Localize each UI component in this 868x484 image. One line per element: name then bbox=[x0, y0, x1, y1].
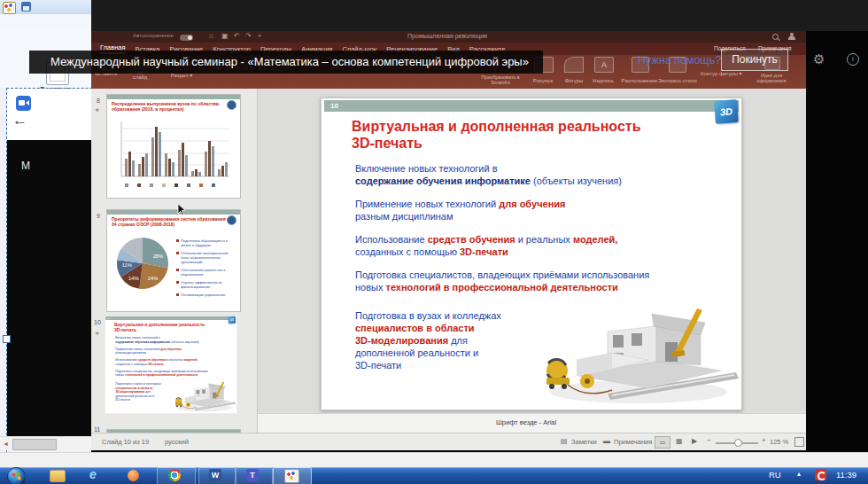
explorer-icon[interactable] bbox=[50, 470, 66, 482]
mouse-cursor bbox=[177, 204, 186, 216]
notes-icon[interactable]: ▤ bbox=[561, 437, 568, 445]
paint-horizontal-scrollbar[interactable]: ◄ bbox=[0, 436, 91, 450]
3d-cube-logo: 3D bbox=[228, 316, 236, 324]
text-segment: разным дисциплинам bbox=[355, 211, 453, 222]
pie-label: 14% bbox=[128, 276, 139, 281]
thumb-9-bullets: Подготовка обучающихся к жизни в будущем… bbox=[176, 238, 235, 301]
scroll-left-icon[interactable]: ◄ bbox=[0, 438, 12, 450]
textbox-icon[interactable]: А bbox=[594, 57, 614, 73]
3d-printed-house-image bbox=[168, 380, 236, 412]
paint-menu-row: ▾ bbox=[0, 14, 91, 30]
bullet-3: Использование средств обучения и реальны… bbox=[355, 233, 617, 258]
thumb-10-clone-scale: 10 3D Виртуальная и дополненная реальнос… bbox=[105, 316, 236, 414]
slide-editing-area[interactable]: 10 3D Виртуальная и дополненная реальнос… bbox=[321, 98, 742, 410]
text-segment: (объекты изучения) bbox=[170, 340, 198, 344]
thumb-9-bullet: Оптимизация управления bbox=[181, 293, 225, 297]
scrollbar-thumb[interactable] bbox=[12, 439, 57, 450]
notes-pane[interactable]: Шрифт везде - Arial bbox=[258, 413, 806, 433]
slide-thumbnail-8[interactable]: Распределение выпускников вузов по облас… bbox=[106, 94, 241, 199]
text-segment: Подготовка в вузах и колледжах bbox=[355, 310, 501, 321]
text-segment: и реальных bbox=[515, 234, 573, 245]
bullet-marker bbox=[176, 293, 179, 296]
paint-titlebar bbox=[0, 0, 91, 14]
picture-label[interactable]: Рисунок bbox=[529, 78, 557, 83]
normal-view-button[interactable]: ▭ bbox=[655, 436, 670, 449]
language-indicator[interactable]: русский bbox=[165, 438, 189, 446]
slideshow-icon[interactable]: ▶ bbox=[692, 437, 697, 445]
bullet-marker bbox=[176, 239, 179, 242]
fit-slide-icon[interactable] bbox=[794, 437, 804, 447]
text-segment: технологий в профессиональной деятельнос… bbox=[125, 373, 198, 377]
paint-statusbar: ✛ 2292 × 1484пкс 100% − bbox=[0, 452, 868, 468]
slide-number: 10 bbox=[330, 102, 338, 110]
text-segment: (объекты изучения) bbox=[531, 176, 622, 186]
bullet-marker bbox=[176, 252, 179, 254]
zoom-out-icon[interactable]: − bbox=[707, 436, 711, 444]
slide-thumbnail-9[interactable]: Приоритеты реформирования систем образов… bbox=[106, 209, 241, 312]
notes-toggle[interactable]: Заметки bbox=[571, 438, 597, 446]
bullet-2: Применение новых технологий для обучения… bbox=[355, 198, 565, 222]
thumb-10-number: 10 bbox=[94, 319, 101, 325]
text-segment: моделей, bbox=[573, 234, 617, 245]
pie-label: 24% bbox=[148, 276, 159, 281]
thumb-10-clone-clip[interactable]: 10 3D Виртуальная и дополненная реальнос… bbox=[105, 316, 237, 420]
text-segment: Применение новых технологий bbox=[115, 347, 160, 351]
slide-sorter-icon[interactable]: ▦ bbox=[676, 437, 683, 445]
settings-gear-icon[interactable]: ⚙ bbox=[813, 51, 825, 67]
tray-expand-icon[interactable]: ▴ bbox=[797, 470, 801, 478]
comments-icon[interactable]: ▬ bbox=[603, 437, 610, 445]
start-button[interactable] bbox=[7, 467, 26, 484]
shapes-icon[interactable] bbox=[564, 57, 584, 73]
info-icon[interactable]: i bbox=[847, 53, 859, 66]
home-icon[interactable]: ⌂ bbox=[209, 32, 213, 40]
word-icon[interactable]: W bbox=[209, 469, 221, 481]
text-segment: Использование bbox=[355, 234, 428, 245]
thumb-9-bullet: Обновление материальной базы образовател… bbox=[181, 251, 235, 264]
media-player-icon[interactable] bbox=[128, 470, 139, 481]
add-icon[interactable]: + bbox=[258, 32, 262, 40]
leave-button[interactable]: Покинуть bbox=[721, 49, 788, 71]
thumb-9-bullet: Подготовка обучающихся к жизни в будущем bbox=[181, 238, 235, 247]
zoom-slider-thumb[interactable] bbox=[734, 439, 742, 447]
slide-canvas[interactable]: 10 3D Виртуальная и дополненная реальнос… bbox=[321, 98, 742, 410]
paint-app-icon bbox=[3, 2, 16, 14]
text-segment: моделей, bbox=[183, 358, 198, 362]
undo-icon[interactable]: ↶ bbox=[234, 32, 240, 40]
language-indicator[interactable]: RU bbox=[769, 470, 781, 480]
smartart-button[interactable]: Преобразовать в SmartArt bbox=[477, 74, 523, 85]
selection-handle[interactable] bbox=[3, 335, 11, 343]
oecd-logo bbox=[227, 100, 236, 110]
bullet-5: Подготовка в вузах и колледжах специалис… bbox=[115, 382, 174, 402]
teams-icon[interactable]: T bbox=[246, 469, 259, 481]
need-help-link[interactable]: Нужна помощь? bbox=[638, 54, 721, 66]
design-ideas-label[interactable]: Идеи для оформления bbox=[750, 73, 793, 83]
text-segment: разным дисциплинам bbox=[115, 351, 146, 355]
clock[interactable]: 11:39 bbox=[836, 470, 856, 480]
autosave-label: Автосохранение bbox=[133, 33, 174, 38]
save-icon[interactable] bbox=[21, 2, 31, 12]
paint-icon[interactable] bbox=[284, 469, 299, 483]
autosave-toggle[interactable] bbox=[180, 35, 193, 41]
zoom-in-icon[interactable]: + bbox=[762, 436, 766, 444]
chrome-icon[interactable] bbox=[168, 469, 181, 481]
internet-explorer-icon[interactable]: e bbox=[89, 467, 97, 481]
bullet-1: Включение новых технологий в содержание … bbox=[355, 162, 622, 187]
quick-styles-label[interactable]: Экспресс-стили bbox=[656, 78, 699, 83]
document-title: Промышленная революция bbox=[372, 33, 523, 39]
arrange-label[interactable]: Расположение bbox=[619, 78, 660, 83]
search-icon[interactable] bbox=[772, 34, 779, 40]
comments-toggle[interactable]: Примечания bbox=[614, 438, 652, 446]
save-icon[interactable]: ▣ bbox=[221, 32, 229, 40]
shapes-label[interactable]: Фигуры bbox=[561, 78, 587, 83]
bullet-5: Подготовка в вузах и колледжах специалис… bbox=[355, 309, 546, 371]
antivirus-tray-icon[interactable] bbox=[815, 469, 826, 480]
thumb-9-number: 9 bbox=[97, 213, 100, 219]
zoom-level[interactable]: 125 % bbox=[770, 438, 788, 446]
shape-outline-button[interactable]: Контур фигуры ▾ bbox=[701, 70, 747, 76]
oecd-logo bbox=[227, 215, 236, 225]
slide-header-band bbox=[105, 316, 236, 320]
textbox-label[interactable]: Надпись bbox=[589, 78, 617, 83]
account-icon[interactable] bbox=[788, 33, 795, 40]
slide-canvas[interactable]: 10 3D Виртуальная и дополненная реальнос… bbox=[105, 316, 236, 414]
redo-icon[interactable]: ↷ bbox=[245, 32, 252, 40]
